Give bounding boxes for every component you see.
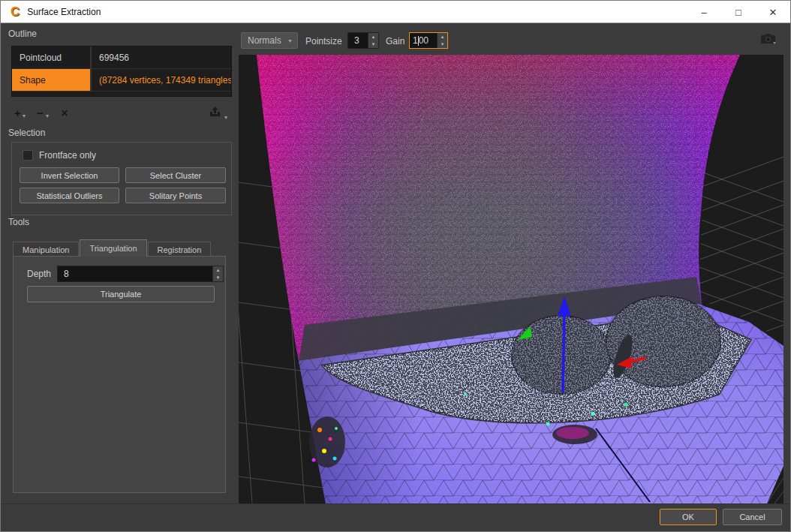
normals-dropdown-value: Normals (248, 35, 281, 46)
remove-caret-icon[interactable]: ▾ (46, 113, 49, 119)
surface-extraction-window: C Surface Extraction – □ ✕ Outline Point… (0, 0, 791, 532)
left-panel: Outline Pointcloud 699456 Shape (87284 v… (1, 23, 238, 505)
tab-triangulation[interactable]: Triangulation (80, 239, 146, 257)
remove-icon[interactable]: − (37, 106, 44, 121)
pointsize-value[interactable]: 3 (348, 33, 368, 48)
gain-label: Gain (386, 36, 405, 47)
selection-groupbox: Frontface only Invert Selection Select C… (11, 142, 232, 215)
close-button[interactable]: ✕ (756, 1, 790, 23)
app-logo-icon: C (11, 5, 20, 18)
gain-spinbox[interactable]: 1 00 ▲ ▼ (409, 32, 448, 49)
title-bar: C Surface Extraction – □ ✕ (1, 1, 790, 23)
invert-selection-button[interactable]: Invert Selection (20, 167, 119, 183)
triangulate-button[interactable]: Triangulate (27, 286, 215, 302)
dropdown-caret-icon: ▼ (287, 38, 293, 44)
gain-value-after-cursor: 00 (419, 35, 429, 46)
cancel-button[interactable]: Cancel (723, 509, 782, 525)
pointcloud-name-cell: Pointcloud (12, 47, 92, 68)
select-cluster-button[interactable]: Select Cluster (125, 167, 226, 183)
depth-spin-down-icon[interactable]: ▼ (213, 274, 223, 281)
tab-registration[interactable]: Registration (148, 242, 212, 257)
shape-name-cell: Shape (12, 69, 92, 91)
frontface-only-label: Frontface only (39, 150, 96, 161)
depth-spin-arrows[interactable]: ▲ ▼ (212, 266, 223, 281)
pointsize-spin-arrows[interactable]: ▲ ▼ (368, 33, 378, 48)
depth-label: Depth (27, 269, 51, 279)
gain-value-before-cursor: 1 (413, 35, 418, 46)
solitary-points-button[interactable]: Solitary Points (125, 188, 226, 203)
depth-value[interactable]: 8 (58, 266, 212, 281)
normals-dropdown[interactable]: Normals ▼ (241, 32, 298, 49)
pointsize-spin-up-icon[interactable]: ▲ (368, 33, 378, 41)
gain-spin-down-icon[interactable]: ▼ (438, 41, 447, 48)
shape-value-cell: (87284 vertices, 174349 triangles) (92, 69, 231, 91)
render-canvas (239, 55, 783, 503)
statistical-outliers-button[interactable]: Statistical Outliers (20, 188, 119, 203)
selection-section-label: Selection (8, 128, 45, 138)
dialog-footer: OK Cancel (1, 503, 790, 531)
pointcloud-value-cell: 699456 (92, 47, 231, 68)
pointsize-label: Pointsize (305, 36, 342, 47)
frontface-only-row: Frontface only (23, 150, 96, 161)
window-controls: – □ ✕ (687, 1, 790, 23)
screenshot-camera-icon[interactable] (759, 32, 778, 47)
delete-icon[interactable]: ✕ (61, 106, 68, 121)
tools-tabbar: Manipulation Triangulation Registration (13, 239, 212, 257)
add-icon[interactable]: + (14, 106, 21, 121)
pointsize-spin-down-icon[interactable]: ▼ (368, 41, 378, 48)
minimize-button[interactable]: – (687, 1, 721, 23)
table-row-shape[interactable]: Shape (87284 vertices, 174349 triangles) (12, 69, 231, 92)
viewport-toolbar: Normals ▼ Pointsize 3 ▲ ▼ Gain 1 00 ▲ ▼ (238, 23, 790, 55)
export-caret-icon[interactable]: ▾ (224, 114, 227, 121)
depth-spinbox[interactable]: 8 ▲ ▼ (57, 266, 224, 282)
frontface-only-checkbox[interactable] (23, 150, 33, 161)
gain-spin-arrows[interactable]: ▲ ▼ (437, 33, 447, 48)
viewport-3d-scene[interactable] (239, 55, 783, 503)
depth-row: Depth 8 ▲ ▼ (27, 266, 224, 282)
maximize-button[interactable]: □ (721, 1, 756, 23)
gain-value[interactable]: 1 00 (410, 33, 437, 48)
tab-manipulation[interactable]: Manipulation (13, 242, 79, 257)
add-caret-icon[interactable]: ▾ (23, 113, 26, 119)
pointsize-spinbox[interactable]: 3 ▲ ▼ (347, 32, 379, 49)
table-row-pointcloud[interactable]: Pointcloud 699456 (12, 47, 231, 69)
triangulation-tab-panel: Depth 8 ▲ ▼ Triangulate (13, 256, 226, 493)
depth-spin-up-icon[interactable]: ▲ (213, 266, 223, 274)
tools-section-label: Tools (8, 217, 29, 227)
gain-spin-up-icon[interactable]: ▲ (438, 33, 447, 41)
outline-table: Pointcloud 699456 Shape (87284 vertices,… (11, 46, 232, 97)
outline-section-label: Outline (8, 29, 37, 39)
outline-actions: + ▾ − ▾ ✕ ▾ (13, 106, 232, 122)
ok-button[interactable]: OK (660, 509, 717, 525)
export-shape-icon[interactable] (209, 106, 221, 122)
window-title: Surface Extraction (27, 7, 101, 17)
